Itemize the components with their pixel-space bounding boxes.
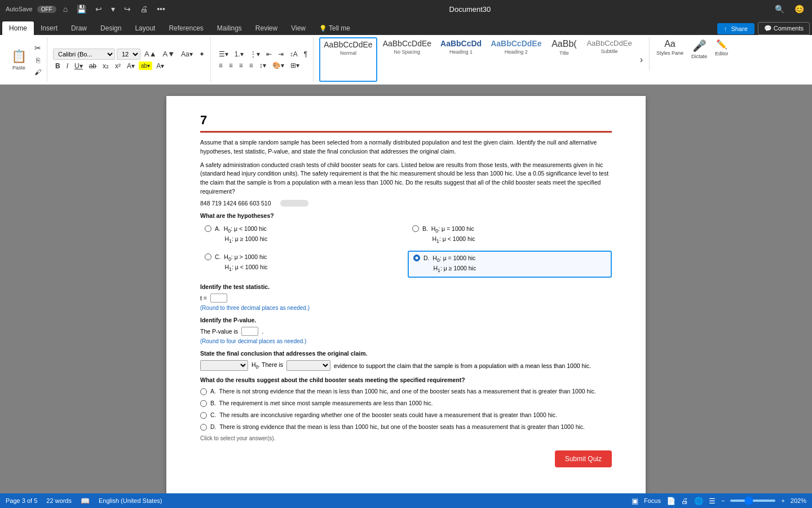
hyp-radio-a bbox=[205, 225, 211, 232]
read-mode-icon[interactable]: 📄 bbox=[667, 497, 676, 505]
tab-tell-me[interactable]: 💡Tell me bbox=[312, 21, 357, 35]
line-spacing-button[interactable]: ↕▾ bbox=[257, 60, 268, 71]
conclusion-label: State the final conclusion that addresse… bbox=[200, 350, 612, 357]
underline-button[interactable]: U▾ bbox=[72, 61, 85, 71]
reject-select[interactable]: Reject Fail to reject bbox=[200, 360, 248, 371]
hyp-option-d[interactable]: D. H0: μ = 1000 hic H1: μ ≥ 1000 hic bbox=[408, 251, 612, 278]
web-layout-icon[interactable]: 🌐 bbox=[694, 497, 703, 505]
align-right-button[interactable]: ≡ bbox=[237, 60, 245, 71]
save-icon[interactable]: 💾 bbox=[74, 3, 89, 15]
instructions-text: Assume that a simple random sample has b… bbox=[200, 138, 612, 156]
search-icon[interactable]: 🔍 bbox=[773, 3, 787, 15]
paste-icon: 📋 bbox=[11, 49, 27, 64]
borders-button[interactable]: ⊞▾ bbox=[288, 60, 302, 71]
font-size-select[interactable]: 12 bbox=[117, 49, 140, 60]
tab-insert[interactable]: Insert bbox=[34, 21, 64, 35]
results-option-b[interactable]: B. The requirement is met since most sam… bbox=[200, 398, 612, 408]
user-icon[interactable]: 😊 bbox=[792, 3, 806, 15]
evidence-select[interactable]: sufficient insufficient bbox=[286, 360, 330, 371]
increase-font-icon[interactable]: A▲ bbox=[142, 49, 159, 59]
cut-icon[interactable]: ✂ bbox=[32, 42, 43, 54]
tab-design[interactable]: Design bbox=[94, 21, 128, 35]
tab-view[interactable]: View bbox=[284, 21, 312, 35]
copy-icon[interactable]: ⎘ bbox=[32, 55, 43, 65]
shading-button[interactable]: A▾ bbox=[154, 61, 166, 71]
change-case-icon[interactable]: Aa▾ bbox=[179, 49, 195, 59]
results-radio-c bbox=[200, 412, 207, 419]
subscript-button[interactable]: x₂ bbox=[100, 61, 111, 71]
pvalue-input[interactable] bbox=[241, 327, 258, 336]
outline-view-icon[interactable]: ☰ bbox=[709, 497, 716, 505]
focus-icon[interactable]: ▣ bbox=[632, 497, 638, 505]
comments-button[interactable]: 💬 Comments bbox=[758, 22, 810, 35]
proofing-icon[interactable]: 📖 bbox=[81, 497, 90, 505]
paste-button[interactable]: 📋 Paste bbox=[7, 48, 31, 72]
align-center-button[interactable]: ≡ bbox=[227, 60, 235, 71]
dictate-button[interactable]: 🎤 Dictate bbox=[689, 37, 710, 82]
results-option-d[interactable]: D. There is strong evidence that the mea… bbox=[200, 422, 612, 432]
submit-area: Submit Quiz bbox=[200, 450, 612, 467]
style-no-spacing[interactable]: AaBbCcDdEe No Spacing bbox=[379, 37, 435, 82]
decrease-font-icon[interactable]: A▼ bbox=[161, 49, 178, 59]
redo-dropdown-icon[interactable]: ▾ bbox=[109, 3, 117, 15]
style-subtitle[interactable]: AaBbCcDdEe Subtitle bbox=[583, 37, 635, 82]
italic-button[interactable]: I bbox=[64, 61, 70, 71]
hyp-option-c[interactable]: C. H0: μ > 1000 hic H1: μ < 1000 hic bbox=[200, 251, 404, 278]
style-heading2[interactable]: AaBbCcDdEe Heading 2 bbox=[487, 37, 545, 82]
decrease-indent-button[interactable]: ⇤ bbox=[264, 49, 274, 59]
tab-mailings[interactable]: Mailings bbox=[210, 21, 249, 35]
format-painter-icon[interactable]: 🖌 bbox=[32, 67, 43, 77]
multilevel-button[interactable]: ⋮▾ bbox=[248, 49, 262, 59]
increase-indent-button[interactable]: ⇥ bbox=[276, 49, 286, 59]
tab-references[interactable]: References bbox=[162, 21, 210, 35]
zoom-in-icon[interactable]: + bbox=[781, 497, 784, 504]
print-icon[interactable]: 🖨 bbox=[138, 3, 150, 15]
more-icon[interactable]: ••• bbox=[155, 3, 167, 15]
hypotheses-grid: A. H0: μ < 1000 hic H1: μ ≥ 1000 hic B. … bbox=[200, 222, 612, 278]
font-name-select[interactable]: Calibri (Bo... bbox=[53, 49, 115, 60]
align-left-button[interactable]: ≡ bbox=[217, 60, 225, 71]
numbering-button[interactable]: 1.▾ bbox=[232, 49, 246, 59]
superscript-button[interactable]: x² bbox=[113, 61, 123, 71]
undo-icon[interactable]: ↩ bbox=[93, 3, 104, 15]
results-option-a[interactable]: A. There is not strong evidence that the… bbox=[200, 387, 612, 396]
statusbar-left: Page 3 of 5 22 words 📖 English (United S… bbox=[6, 497, 162, 505]
hyp-text-d: D. H0: μ = 1000 hic H1: μ ≥ 1000 hic bbox=[423, 254, 476, 274]
ribbon-toolbar: 📋 Paste ✂ ⎘ 🖌 Calibri (Bo... 12 A▲ A▼ Aa… bbox=[0, 35, 812, 85]
styles-more-button[interactable]: › bbox=[638, 54, 645, 66]
tab-draw[interactable]: Draw bbox=[64, 21, 94, 35]
styles-pane-button[interactable]: Aa Styles Pane bbox=[654, 37, 686, 82]
zoom-slider[interactable] bbox=[730, 500, 775, 502]
autosave-toggle[interactable]: OFF bbox=[37, 6, 56, 13]
hyp-option-a[interactable]: A. H0: μ < 1000 hic H1: μ ≥ 1000 hic bbox=[200, 222, 404, 247]
clear-format-icon[interactable]: ✦ bbox=[197, 49, 207, 59]
sort-button[interactable]: ↕A bbox=[288, 49, 300, 59]
share-button[interactable]: ↑ Share bbox=[717, 23, 754, 34]
justify-button[interactable]: ≡ bbox=[247, 60, 255, 71]
hyp-option-b[interactable]: B. H0: μ = 1000 hic H1: μ < 1000 hic bbox=[408, 222, 612, 247]
home-icon[interactable]: ⌂ bbox=[61, 3, 70, 15]
show-marks-button[interactable]: ¶ bbox=[302, 49, 310, 59]
tab-layout[interactable]: Layout bbox=[128, 21, 162, 35]
hyp-radio-c bbox=[205, 253, 211, 260]
highlight-color-button[interactable]: ab▾ bbox=[139, 62, 152, 70]
zoom-out-icon[interactable]: − bbox=[721, 497, 725, 504]
shading-para-button[interactable]: 🎨▾ bbox=[270, 60, 286, 71]
title-bar: AutoSave OFF ⌂ 💾 ↩ ▾ ↪ 🖨 ••• Document30 … bbox=[0, 0, 812, 18]
strikethrough-button[interactable]: ab bbox=[87, 61, 99, 71]
style-normal[interactable]: AaBbCcDdEe Normal bbox=[319, 37, 377, 82]
results-option-c[interactable]: C. The results are inconclusive regardin… bbox=[200, 410, 612, 420]
tab-review[interactable]: Review bbox=[249, 21, 284, 35]
tab-home[interactable]: Home bbox=[2, 21, 34, 35]
font-color-button[interactable]: A▾ bbox=[125, 61, 137, 71]
bold-button[interactable]: B bbox=[53, 61, 63, 71]
style-title[interactable]: AaBb( Title bbox=[547, 37, 581, 82]
redo-icon[interactable]: ↪ bbox=[122, 3, 133, 15]
submit-quiz-button[interactable]: Submit Quiz bbox=[555, 450, 612, 467]
test-statistic-input[interactable] bbox=[210, 294, 227, 303]
print-layout-icon[interactable]: 🖨 bbox=[681, 497, 689, 505]
bullets-button[interactable]: ☰▾ bbox=[217, 49, 231, 59]
editor-button[interactable]: ✏️ Editor bbox=[712, 37, 731, 82]
hyp-text-a: A. H0: μ < 1000 hic H1: μ ≥ 1000 hic bbox=[215, 225, 267, 245]
style-heading1[interactable]: AaBbCcDd Heading 1 bbox=[437, 37, 485, 82]
